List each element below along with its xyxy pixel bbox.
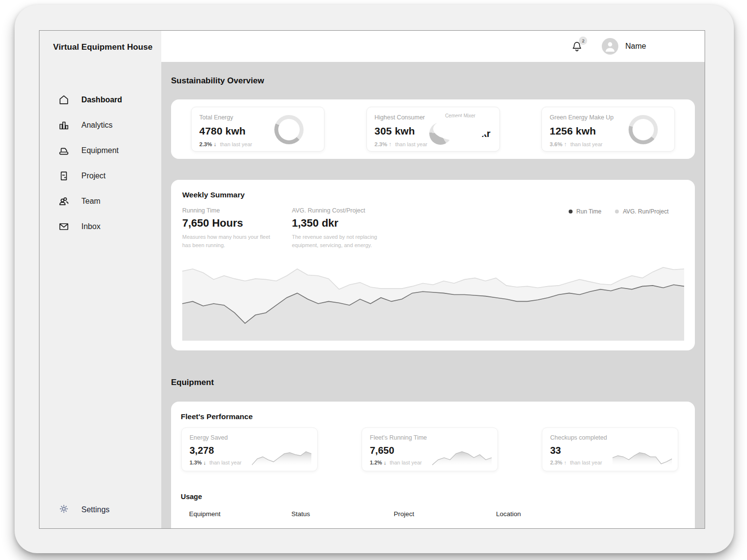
gear-icon (58, 503, 70, 517)
project-icon (58, 170, 70, 182)
legend-avg-run: AVG. Run/Project (615, 208, 669, 215)
usage-title: Usage (181, 493, 685, 501)
chart-legend: Run Time AVG. Run/Project (569, 208, 669, 215)
page: Virtual Equipment House Dashboard (0, 0, 747, 560)
column-location: Location (496, 510, 685, 518)
main-area: 2 Name Sustain (161, 31, 705, 528)
column-project: Project (394, 510, 496, 518)
home-icon (58, 94, 70, 106)
weekly-summary-title: Weekly Summary (182, 191, 684, 199)
team-icon (58, 195, 70, 207)
sidebar-item-label: Project (81, 172, 106, 180)
sidebar-item-settings[interactable]: Settings (58, 503, 110, 517)
dashboard-content: Sustainability Overview Total Energy 478… (161, 62, 705, 528)
sustainability-stats-panel: Total Energy 4780 kwh 2.3% ↓ than last y… (171, 99, 695, 159)
total-energy-donut (274, 115, 304, 144)
inbox-icon (58, 221, 70, 232)
usage-table: Equipment Status Project Location N5F2I … (181, 510, 685, 528)
settings-label: Settings (81, 505, 110, 514)
user-menu[interactable]: Name (602, 38, 646, 55)
sidebar-nav: Dashboard Analytics (39, 87, 161, 239)
fleet-performance-card: Fleet's Performance Energy Saved 3,278 1… (171, 402, 695, 528)
fleet-running-time-card[interactable]: Fleet's Running Time 7,650 1.2% ↓ than l… (362, 427, 498, 471)
arrow-up-icon: ↑ (389, 141, 392, 147)
column-status: Status (291, 510, 394, 518)
total-energy-card[interactable]: Total Energy 4780 kwh 2.3% ↓ than last y… (191, 107, 325, 152)
equipment-icon (58, 145, 70, 156)
sidebar-item-dashboard[interactable]: Dashboard (39, 87, 161, 113)
energy-saved-sparkline (252, 444, 311, 467)
stat-delta: 2.3% ↓ than last year (199, 141, 316, 147)
running-time-stat: Running Time 7,650 Hours Measures how ma… (182, 207, 292, 249)
green-energy-card[interactable]: Green Energy Make Up 1256 kwh 3.6% ↑ tha… (541, 107, 675, 152)
sidebar-item-label: Inbox (81, 222, 100, 231)
usage-table-header: Equipment Status Project Location (189, 510, 685, 518)
green-energy-donut (629, 115, 658, 144)
avg-running-cost-stat: AVG. Running Cost/Project 1,350 dkr The … (292, 207, 402, 249)
sidebar-item-equipment[interactable]: Equipment (39, 138, 161, 163)
sidebar-item-analytics[interactable]: Analytics (39, 113, 161, 138)
energy-saved-card[interactable]: Energy Saved 3,278 1.3% ↓ than last year (181, 427, 318, 471)
app-window: Virtual Equipment House Dashboard (39, 30, 705, 529)
checkups-sparkline (613, 444, 672, 467)
bar-chart-icon (58, 119, 70, 131)
sidebar-item-label: Analytics (81, 121, 113, 130)
avatar (602, 38, 618, 55)
cement-mixer-donut (429, 122, 452, 145)
sidebar-item-label: Dashboard (81, 96, 122, 104)
app-title: Virtual Equipment House (39, 31, 161, 52)
arrow-down-icon: ↓ (203, 460, 206, 465)
sidebar-item-label: Equipment (81, 146, 119, 155)
sidebar-item-inbox[interactable]: Inbox (39, 214, 161, 239)
arrow-down-icon: ↓ (213, 141, 216, 147)
checkups-completed-card[interactable]: Checkups completed 33 2.3% ↑ than last y… (542, 427, 678, 471)
sidebar-item-team[interactable]: Team (39, 189, 161, 214)
arrow-up-icon: ↑ (564, 141, 567, 147)
weekly-area-chart (182, 265, 684, 341)
weekly-summary-card: Weekly Summary Running Time 7,650 Hours … (171, 180, 695, 350)
sidebar: Virtual Equipment House Dashboard (39, 31, 161, 528)
equipment-section-title: Equipment (171, 378, 695, 387)
highest-consumer-card[interactable]: Highest Consumer 305 kwh 2.3% ↑ than las… (366, 107, 500, 152)
fleet-mini-cards: Energy Saved 3,278 1.3% ↓ than last year (181, 427, 685, 471)
arrow-up-icon: ↑ (564, 460, 567, 465)
legend-run-time: Run Time (569, 208, 601, 215)
usage-section: Usage Equipment Status Project Location … (181, 493, 685, 528)
notifications-button[interactable]: 2 (571, 40, 583, 53)
sidebar-item-label: Team (81, 197, 100, 206)
sidebar-item-project[interactable]: Project (39, 163, 161, 189)
legend-dot-dark (569, 210, 573, 213)
column-equipment: Equipment (189, 510, 291, 518)
overview-section-title: Sustainability Overview (171, 76, 695, 86)
cement-mixer-block: Cement Mixer 595 dkr (429, 113, 492, 145)
notification-badge: 2 (579, 37, 587, 45)
topbar: 2 Name (161, 31, 705, 62)
arrow-down-icon: ↓ (383, 460, 386, 465)
person-icon (602, 38, 618, 55)
user-name: Name (625, 42, 646, 51)
running-time-sparkline (432, 444, 492, 467)
legend-dot-light (615, 210, 619, 213)
fleet-performance-title: Fleet's Performance (181, 412, 685, 421)
